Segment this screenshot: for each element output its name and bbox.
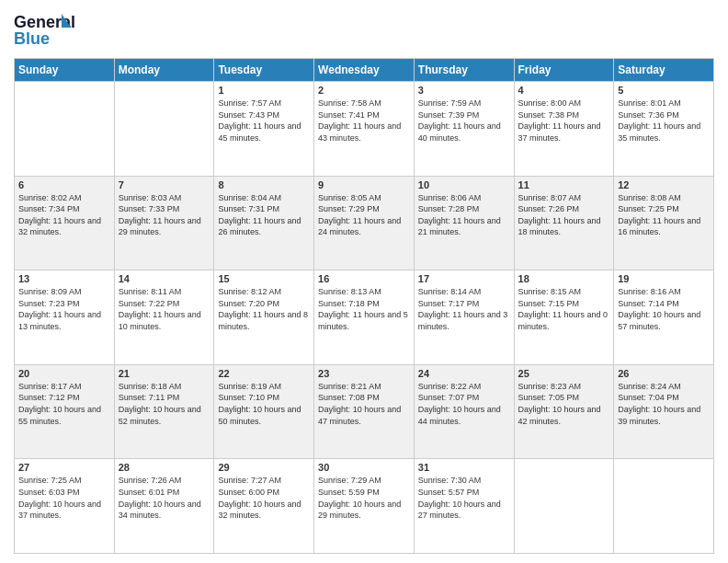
day-number: 4	[518, 85, 610, 96]
calendar-table: SundayMondayTuesdayWednesdayThursdayFrid…	[14, 58, 714, 554]
week-row-5: 27Sunrise: 7:25 AM Sunset: 6:03 PM Dayli…	[15, 459, 714, 554]
day-number: 17	[418, 273, 510, 284]
day-cell: 17Sunrise: 8:14 AM Sunset: 7:17 PM Dayli…	[414, 270, 514, 365]
logo: GeneralBlue	[14, 9, 78, 51]
day-info: Sunrise: 8:24 AM Sunset: 7:04 PM Dayligh…	[618, 381, 710, 427]
week-row-3: 13Sunrise: 8:09 AM Sunset: 7:23 PM Dayli…	[15, 270, 714, 365]
day-number: 29	[218, 462, 310, 473]
day-info: Sunrise: 8:14 AM Sunset: 7:17 PM Dayligh…	[418, 286, 510, 332]
day-cell: 30Sunrise: 7:29 AM Sunset: 5:59 PM Dayli…	[314, 459, 415, 554]
day-info: Sunrise: 7:30 AM Sunset: 5:57 PM Dayligh…	[418, 475, 510, 521]
day-cell: 22Sunrise: 8:19 AM Sunset: 7:10 PM Dayli…	[214, 364, 314, 459]
week-row-2: 6Sunrise: 8:02 AM Sunset: 7:34 PM Daylig…	[15, 176, 714, 270]
week-row-4: 20Sunrise: 8:17 AM Sunset: 7:12 PM Dayli…	[15, 364, 714, 459]
day-cell: 26Sunrise: 8:24 AM Sunset: 7:04 PM Dayli…	[614, 364, 714, 459]
col-header-sunday: Sunday	[15, 59, 115, 82]
day-cell: 2Sunrise: 7:58 AM Sunset: 7:41 PM Daylig…	[314, 82, 415, 177]
day-info: Sunrise: 8:06 AM Sunset: 7:28 PM Dayligh…	[418, 192, 510, 238]
day-cell: 6Sunrise: 8:02 AM Sunset: 7:34 PM Daylig…	[15, 176, 115, 270]
day-info: Sunrise: 8:22 AM Sunset: 7:07 PM Dayligh…	[418, 381, 510, 427]
day-info: Sunrise: 8:16 AM Sunset: 7:14 PM Dayligh…	[618, 286, 710, 332]
day-info: Sunrise: 7:58 AM Sunset: 7:41 PM Dayligh…	[318, 98, 410, 144]
day-cell: 1Sunrise: 7:57 AM Sunset: 7:43 PM Daylig…	[214, 82, 314, 177]
day-info: Sunrise: 8:17 AM Sunset: 7:12 PM Dayligh…	[18, 381, 110, 427]
day-number: 12	[618, 179, 710, 190]
day-info: Sunrise: 7:25 AM Sunset: 6:03 PM Dayligh…	[18, 475, 110, 521]
day-info: Sunrise: 8:03 AM Sunset: 7:33 PM Dayligh…	[119, 192, 210, 238]
day-info: Sunrise: 8:23 AM Sunset: 7:05 PM Dayligh…	[518, 381, 610, 427]
day-cell: 29Sunrise: 7:27 AM Sunset: 6:00 PM Dayli…	[214, 459, 314, 554]
svg-text:Blue: Blue	[14, 29, 50, 48]
day-number: 25	[518, 368, 610, 379]
day-info: Sunrise: 8:02 AM Sunset: 7:34 PM Dayligh…	[18, 192, 110, 238]
day-number: 11	[518, 179, 610, 190]
day-info: Sunrise: 8:18 AM Sunset: 7:11 PM Dayligh…	[119, 381, 210, 427]
day-number: 19	[618, 273, 710, 284]
day-cell: 9Sunrise: 8:05 AM Sunset: 7:29 PM Daylig…	[314, 176, 415, 270]
header-row: SundayMondayTuesdayWednesdayThursdayFrid…	[15, 59, 714, 82]
day-info: Sunrise: 8:01 AM Sunset: 7:36 PM Dayligh…	[618, 98, 710, 144]
col-header-friday: Friday	[514, 59, 614, 82]
day-info: Sunrise: 8:04 AM Sunset: 7:31 PM Dayligh…	[218, 192, 310, 238]
day-number: 1	[218, 85, 310, 96]
day-info: Sunrise: 8:07 AM Sunset: 7:26 PM Dayligh…	[518, 192, 610, 238]
day-number: 27	[18, 462, 110, 473]
day-cell	[114, 82, 214, 177]
day-number: 24	[418, 368, 510, 379]
day-info: Sunrise: 8:08 AM Sunset: 7:25 PM Dayligh…	[618, 192, 710, 238]
col-header-thursday: Thursday	[414, 59, 514, 82]
day-cell	[15, 82, 115, 177]
day-number: 23	[318, 368, 410, 379]
day-cell: 8Sunrise: 8:04 AM Sunset: 7:31 PM Daylig…	[214, 176, 314, 270]
day-number: 20	[18, 368, 110, 379]
day-cell: 21Sunrise: 8:18 AM Sunset: 7:11 PM Dayli…	[114, 364, 214, 459]
day-info: Sunrise: 8:11 AM Sunset: 7:22 PM Dayligh…	[119, 286, 210, 332]
day-cell: 31Sunrise: 7:30 AM Sunset: 5:57 PM Dayli…	[414, 459, 514, 554]
day-number: 10	[418, 179, 510, 190]
day-cell	[514, 459, 614, 554]
day-cell: 15Sunrise: 8:12 AM Sunset: 7:20 PM Dayli…	[214, 270, 314, 365]
day-number: 9	[318, 179, 410, 190]
day-cell: 13Sunrise: 8:09 AM Sunset: 7:23 PM Dayli…	[15, 270, 115, 365]
day-cell: 7Sunrise: 8:03 AM Sunset: 7:33 PM Daylig…	[114, 176, 214, 270]
day-cell: 11Sunrise: 8:07 AM Sunset: 7:26 PM Dayli…	[514, 176, 614, 270]
day-cell: 24Sunrise: 8:22 AM Sunset: 7:07 PM Dayli…	[414, 364, 514, 459]
day-number: 3	[418, 85, 510, 96]
day-number: 13	[18, 273, 110, 284]
day-number: 8	[218, 179, 310, 190]
day-cell: 12Sunrise: 8:08 AM Sunset: 7:25 PM Dayli…	[614, 176, 714, 270]
day-info: Sunrise: 7:59 AM Sunset: 7:39 PM Dayligh…	[418, 98, 510, 144]
day-cell: 18Sunrise: 8:15 AM Sunset: 7:15 PM Dayli…	[514, 270, 614, 365]
col-header-wednesday: Wednesday	[314, 59, 415, 82]
col-header-monday: Monday	[114, 59, 214, 82]
day-info: Sunrise: 8:05 AM Sunset: 7:29 PM Dayligh…	[318, 192, 410, 238]
day-cell: 16Sunrise: 8:13 AM Sunset: 7:18 PM Dayli…	[314, 270, 415, 365]
logo-icon: GeneralBlue	[14, 9, 78, 51]
day-cell: 25Sunrise: 8:23 AM Sunset: 7:05 PM Dayli…	[514, 364, 614, 459]
day-number: 18	[518, 273, 610, 284]
day-cell: 4Sunrise: 8:00 AM Sunset: 7:38 PM Daylig…	[514, 82, 614, 177]
day-info: Sunrise: 8:12 AM Sunset: 7:20 PM Dayligh…	[218, 286, 310, 332]
day-number: 2	[318, 85, 410, 96]
day-info: Sunrise: 7:26 AM Sunset: 6:01 PM Dayligh…	[119, 475, 210, 521]
day-cell: 19Sunrise: 8:16 AM Sunset: 7:14 PM Dayli…	[614, 270, 714, 365]
week-row-1: 1Sunrise: 7:57 AM Sunset: 7:43 PM Daylig…	[15, 82, 714, 177]
day-info: Sunrise: 8:00 AM Sunset: 7:38 PM Dayligh…	[518, 98, 610, 144]
day-number: 15	[218, 273, 310, 284]
day-info: Sunrise: 7:29 AM Sunset: 5:59 PM Dayligh…	[318, 475, 410, 521]
day-info: Sunrise: 8:19 AM Sunset: 7:10 PM Dayligh…	[218, 381, 310, 427]
day-number: 5	[618, 85, 710, 96]
day-info: Sunrise: 8:21 AM Sunset: 7:08 PM Dayligh…	[318, 381, 410, 427]
day-cell: 3Sunrise: 7:59 AM Sunset: 7:39 PM Daylig…	[414, 82, 514, 177]
day-cell: 14Sunrise: 8:11 AM Sunset: 7:22 PM Dayli…	[114, 270, 214, 365]
day-info: Sunrise: 8:09 AM Sunset: 7:23 PM Dayligh…	[18, 286, 110, 332]
day-number: 21	[119, 368, 210, 379]
day-number: 31	[418, 462, 510, 473]
col-header-saturday: Saturday	[614, 59, 714, 82]
day-cell: 10Sunrise: 8:06 AM Sunset: 7:28 PM Dayli…	[414, 176, 514, 270]
day-number: 14	[119, 273, 210, 284]
day-cell: 27Sunrise: 7:25 AM Sunset: 6:03 PM Dayli…	[15, 459, 115, 554]
day-info: Sunrise: 7:57 AM Sunset: 7:43 PM Dayligh…	[218, 98, 310, 144]
page: GeneralBlue SundayMondayTuesdayWednesday…	[0, 0, 728, 563]
day-cell	[614, 459, 714, 554]
